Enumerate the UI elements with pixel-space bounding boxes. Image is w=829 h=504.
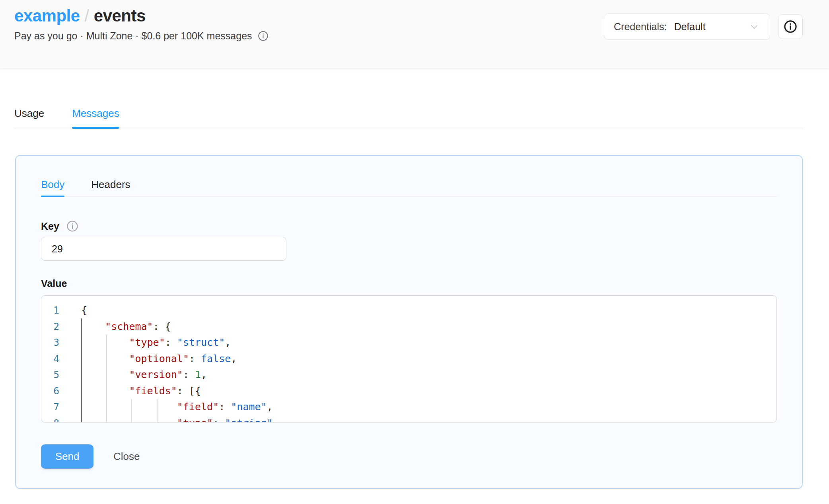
credentials-value: Default <box>674 21 705 33</box>
page-header: example/events Pay as you go · Multi Zon… <box>0 0 829 68</box>
info-icon[interactable] <box>258 31 269 41</box>
chevron-down-icon <box>748 21 760 33</box>
code-line: 8 "type": "string" <box>41 415 776 423</box>
tab-headers[interactable]: Headers <box>91 178 130 196</box>
code-line: 1{ <box>41 302 776 319</box>
code-line: 6 "fields": [{ <box>41 383 776 399</box>
line-number: 8 <box>41 415 59 423</box>
message-composer-panel: Body Headers Key Value 1{2 "schema": {3 … <box>15 155 803 489</box>
composer-tabs: Body Headers <box>41 178 777 197</box>
code-lines: 1{2 "schema": {3 "type": "struct",4 "opt… <box>41 302 776 423</box>
code-line: 4 "optional": false, <box>41 351 776 367</box>
line-number: 6 <box>41 383 59 399</box>
breadcrumb: example/events <box>14 5 269 27</box>
value-label: Value <box>41 278 67 289</box>
code-line: 5 "version": 1, <box>41 367 776 383</box>
plan-subtitle: Pay as you go · Multi Zone · $0.6 per 10… <box>14 30 252 42</box>
credentials-label: Credentials: <box>614 21 667 33</box>
code-line: 3 "type": "struct", <box>41 335 776 351</box>
code-line: 2 "schema": { <box>41 319 776 335</box>
line-number: 5 <box>41 367 59 383</box>
credentials-select[interactable]: Credentials: Default <box>604 14 770 40</box>
title-block: example/events Pay as you go · Multi Zon… <box>14 0 269 68</box>
line-number: 2 <box>41 319 59 335</box>
line-number: 4 <box>41 351 59 367</box>
breadcrumb-cluster-link[interactable]: example <box>14 6 80 25</box>
send-button[interactable]: Send <box>41 444 93 469</box>
line-number: 1 <box>41 302 59 319</box>
close-button[interactable]: Close <box>113 450 140 463</box>
info-icon <box>783 19 798 34</box>
tab-messages[interactable]: Messages <box>72 107 119 128</box>
key-input[interactable] <box>41 237 286 261</box>
line-number: 7 <box>41 399 59 415</box>
line-number: 3 <box>41 335 59 351</box>
info-icon[interactable] <box>66 220 78 232</box>
tab-usage[interactable]: Usage <box>14 107 44 128</box>
tab-body[interactable]: Body <box>41 178 64 196</box>
key-label: Key <box>41 221 59 232</box>
topic-tabs: Usage Messages <box>14 107 803 128</box>
value-code-editor[interactable]: 1{2 "schema": {3 "type": "struct",4 "opt… <box>41 295 777 423</box>
breadcrumb-separator: / <box>85 6 89 25</box>
page-title: events <box>94 6 146 25</box>
code-line: 7 "field": "name", <box>41 399 776 415</box>
topic-info-button[interactable] <box>778 14 803 39</box>
